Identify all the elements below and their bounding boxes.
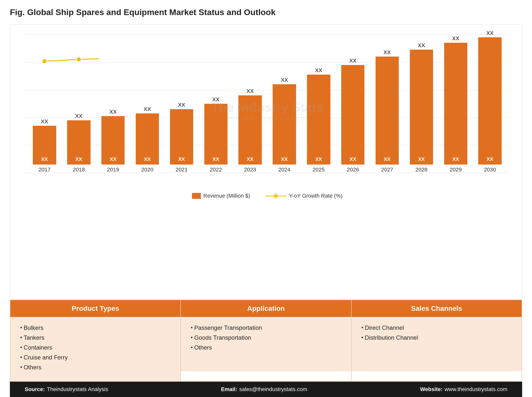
bullet-icon: •: [361, 324, 363, 331]
bar-inner-label-2022: XX: [204, 156, 228, 162]
legend-growth-icon: [265, 194, 287, 198]
footer-source-label: Source:: [25, 386, 45, 393]
sales-channels-body: •Direct Channel•Distribution Channel: [352, 317, 522, 371]
bar-inner-label-2025: XX: [307, 156, 330, 162]
application-header: Application: [181, 300, 351, 317]
legend-growth-line: [265, 196, 274, 196]
bar-top-label-2020: XX: [144, 106, 151, 112]
bar-2021: XX: [170, 109, 193, 165]
bar-inner-label-2017: XX: [33, 156, 56, 162]
legend-revenue-icon: [192, 193, 201, 199]
bar-x-label-2019: 2019: [107, 167, 119, 173]
product-types-body: •Bulkers•Tankers•Containers•Cruise and F…: [10, 317, 180, 381]
legend-revenue-label: Revenue (Million $): [203, 193, 250, 199]
bar-x-label-2026: 2026: [347, 167, 359, 173]
application-card: Application •Passenger Transportation•Go…: [181, 300, 351, 382]
chart-area: The Industry Stats market research XXXX2…: [10, 24, 522, 300]
list-item: •Others: [20, 364, 173, 371]
bar-2028: XX: [410, 50, 433, 165]
footer-website-label: Website:: [420, 386, 442, 393]
bar-2018: XX: [67, 120, 90, 165]
bullet-icon: •: [191, 324, 193, 331]
chart-title: Fig. Global Ship Spares and Equipment Ma…: [10, 7, 522, 17]
bar-inner-label-2030: XX: [478, 156, 501, 162]
bar-2029: XX: [444, 43, 467, 165]
bar-inner-label-2018: XX: [67, 156, 90, 162]
bar-x-label-2029: 2029: [450, 167, 462, 173]
bar-top-label-2027: XX: [383, 49, 391, 56]
footer: Source: Theindustrystats Analysis Email:…: [10, 382, 522, 397]
bar-2019: XX: [101, 116, 125, 165]
legend-growth-label: Y-oY Growth Rate (%): [289, 193, 342, 199]
bar-inner-label-2027: XX: [376, 156, 399, 162]
bullet-icon: •: [20, 334, 22, 341]
bar-group-2030: XXXX2030: [473, 30, 507, 173]
bullet-icon: •: [191, 344, 193, 351]
bar-top-label-2028: XX: [418, 42, 425, 49]
bullet-icon: •: [20, 344, 22, 351]
list-item-text: Bulkers: [24, 324, 43, 331]
bar-top-label-2026: XX: [349, 58, 356, 64]
bar-top-label-2022: XX: [212, 96, 219, 103]
legend-revenue: Revenue (Million $): [192, 193, 250, 199]
bar-x-label-2028: 2028: [415, 167, 427, 173]
list-item-text: Tankers: [24, 334, 44, 341]
footer-website: Website: www.theindustrystats.com: [420, 386, 507, 393]
bar-group-2022: XXXX2022: [199, 96, 233, 173]
bar-inner-label-2029: XX: [444, 156, 467, 162]
bar-top-label-2021: XX: [178, 102, 185, 108]
bar-x-label-2018: 2018: [73, 167, 85, 173]
bar-group-2025: XXXX2025: [302, 67, 336, 173]
bar-2025: XX: [307, 75, 330, 165]
bar-x-label-2027: 2027: [381, 167, 393, 173]
bar-group-2018: XXXX2018: [62, 113, 96, 173]
bar-2020: XX: [136, 113, 159, 165]
bar-group-2017: XXXX2017: [27, 118, 62, 173]
list-item: •Passenger Transportation: [191, 324, 343, 331]
footer-website-value: www.theindustrystats.com: [445, 386, 507, 393]
footer-source: Source: Theindustrystats Analysis: [25, 386, 108, 393]
bar-top-label-2018: XX: [75, 113, 82, 119]
list-item: •Cruise and Ferry: [20, 354, 173, 361]
footer-email: Email: sales@theindustrystats.com: [221, 386, 307, 393]
bar-inner-label-2019: XX: [101, 156, 125, 162]
bar-x-label-2022: 2022: [210, 167, 222, 173]
list-item-text: Direct Channel: [365, 324, 404, 331]
product-types-card: Product Types •Bulkers•Tankers•Container…: [10, 300, 181, 382]
list-item: •Direct Channel: [361, 324, 514, 331]
list-item-text: Cruise and Ferry: [24, 354, 68, 361]
bar-group-2028: XXXX2028: [404, 42, 438, 173]
bar-group-2020: XXXX2020: [130, 106, 165, 173]
bar-x-label-2025: 2025: [313, 167, 325, 173]
bar-group-2021: XXXX2021: [164, 102, 199, 173]
footer-email-label: Email:: [221, 386, 237, 393]
bar-inner-label-2028: XX: [410, 156, 433, 162]
list-item-text: Others: [24, 364, 41, 371]
bar-top-label-2017: XX: [41, 118, 48, 125]
bar-2024: XX: [273, 84, 296, 165]
footer-email-value: sales@theindustrystats.com: [239, 386, 307, 393]
bar-top-label-2024: XX: [281, 77, 288, 83]
bar-2023: XX: [238, 95, 262, 165]
bar-top-label-2029: XX: [452, 35, 459, 42]
list-item-text: Others: [194, 344, 212, 351]
bullet-icon: •: [361, 334, 363, 341]
bar-top-label-2025: XX: [315, 67, 322, 74]
bar-group-2023: XXXX2023: [233, 88, 267, 173]
sales-channels-header: Sales Channels: [352, 300, 522, 317]
chart-inner: The Industry Stats market research XXXX2…: [25, 35, 510, 188]
bar-inner-label-2023: XX: [238, 156, 262, 162]
bar-inner-label-2020: XX: [136, 156, 159, 162]
bullet-icon: •: [191, 334, 193, 341]
bar-2027: XX: [376, 57, 399, 165]
bar-group-2026: XXXX2026: [336, 58, 370, 173]
bullet-icon: •: [20, 364, 22, 370]
list-item: •Bulkers: [20, 324, 173, 331]
chart-legend: Revenue (Million $) Y-oY Growth Rate (%): [25, 193, 510, 199]
bars-container: XXXX2017XXXX2018XXXX2019XXXX2020XXXX2021…: [25, 35, 510, 173]
product-types-header: Product Types: [10, 300, 180, 317]
legend-growth-line2: [278, 196, 287, 196]
list-item-text: Containers: [24, 344, 52, 351]
list-item: •Others: [191, 344, 343, 351]
list-item-text: Passenger Transportation: [194, 324, 262, 331]
